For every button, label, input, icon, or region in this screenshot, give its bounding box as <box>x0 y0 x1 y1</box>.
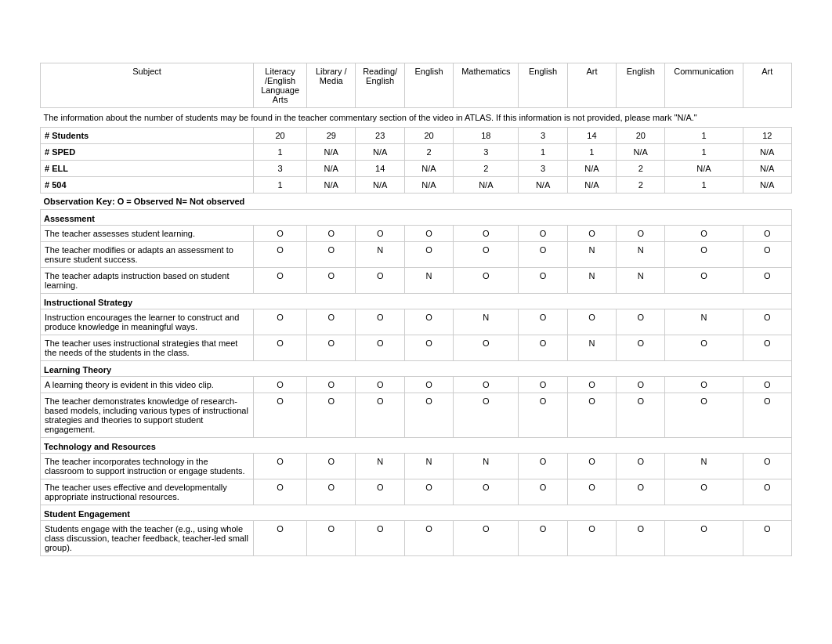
data-row: The teacher incorporates technology in t… <box>41 454 792 479</box>
data-cell: O <box>567 309 616 335</box>
data-cell: O <box>404 335 453 361</box>
data-cell: O <box>307 479 356 505</box>
data-cell: O <box>617 377 665 393</box>
data-cell: O <box>307 335 356 361</box>
data-cell: O <box>665 226 743 242</box>
col8-header: English <box>617 63 665 108</box>
data-cell: O <box>307 393 356 438</box>
count-cell: N/A <box>743 161 791 177</box>
data-row-label: Students engage with the teacher (e.g., … <box>41 521 254 556</box>
data-row-label: The teacher incorporates technology in t… <box>41 454 254 479</box>
data-cell: O <box>567 393 616 438</box>
section-header-row: Student Engagement <box>41 505 792 521</box>
data-row-label: The teacher uses effective and developme… <box>41 479 254 505</box>
data-row: The teacher adapts instruction based on … <box>41 268 792 294</box>
count-row-label: # SPED <box>41 144 254 161</box>
data-cell: O <box>743 521 791 556</box>
page-container: Subject Literacy /English Language Arts … <box>40 63 792 556</box>
count-cell: 20 <box>404 128 453 144</box>
data-cell: O <box>743 335 791 361</box>
col4-header: English <box>404 63 453 108</box>
section-header-label: Instructional Strategy <box>41 294 792 309</box>
data-cell: O <box>743 377 791 393</box>
data-cell: O <box>404 377 453 393</box>
data-cell: O <box>307 521 356 556</box>
header-row: Subject Literacy /English Language Arts … <box>41 63 792 108</box>
data-cell: O <box>254 377 307 393</box>
data-cell: O <box>254 454 307 479</box>
count-cell: N/A <box>665 161 743 177</box>
count-row: # Students202923201831420112 <box>41 128 792 144</box>
data-cell: O <box>307 268 356 294</box>
data-cell: N <box>617 242 665 268</box>
data-row: Instruction encourages the learner to co… <box>41 309 792 335</box>
count-cell: 12 <box>743 128 791 144</box>
section-header-label: Student Engagement <box>41 505 792 521</box>
data-cell: O <box>454 377 519 393</box>
data-row-label: The teacher assesses student learning. <box>41 226 254 242</box>
data-cell: O <box>617 393 665 438</box>
count-cell: 1 <box>254 177 307 194</box>
data-cell: O <box>665 521 743 556</box>
count-cell: 14 <box>356 161 404 177</box>
count-cell: 23 <box>356 128 404 144</box>
data-cell: O <box>519 309 567 335</box>
data-cell: O <box>356 335 404 361</box>
count-row: # 5041N/AN/AN/AN/AN/AN/A21N/A <box>41 177 792 194</box>
data-cell: O <box>617 309 665 335</box>
data-cell: O <box>519 226 567 242</box>
data-cell: O <box>519 393 567 438</box>
data-cell: O <box>567 521 616 556</box>
data-cell: O <box>404 393 453 438</box>
col1-header: Literacy /English Language Arts <box>254 63 307 108</box>
col7-header: Art <box>567 63 616 108</box>
data-cell: O <box>617 335 665 361</box>
data-cell: O <box>404 242 453 268</box>
count-cell: 29 <box>307 128 356 144</box>
data-cell: O <box>254 226 307 242</box>
data-cell: O <box>567 377 616 393</box>
data-row: The teacher modifies or adapts an assess… <box>41 242 792 268</box>
section-header-label: Assessment <box>41 210 792 226</box>
data-row-label: The teacher uses instructional strategie… <box>41 335 254 361</box>
count-row: # SPED1N/AN/A2311N/A1N/A <box>41 144 792 161</box>
main-table: Subject Literacy /English Language Arts … <box>40 63 792 556</box>
count-row-label: # ELL <box>41 161 254 177</box>
data-cell: O <box>743 309 791 335</box>
count-cell: 1 <box>519 144 567 161</box>
data-cell: O <box>519 377 567 393</box>
section-header-row: Learning Theory <box>41 361 792 377</box>
data-cell: N <box>404 454 453 479</box>
count-cell: 1 <box>254 144 307 161</box>
count-cell: N/A <box>356 177 404 194</box>
data-cell: O <box>617 479 665 505</box>
data-cell: O <box>567 454 616 479</box>
data-cell: O <box>454 393 519 438</box>
count-cell: N/A <box>307 161 356 177</box>
count-cell: 18 <box>454 128 519 144</box>
data-cell: O <box>254 521 307 556</box>
count-cell: N/A <box>567 177 616 194</box>
count-cell: N/A <box>743 177 791 194</box>
data-cell: O <box>743 454 791 479</box>
count-cell: 3 <box>254 161 307 177</box>
data-cell: O <box>254 335 307 361</box>
data-cell: O <box>665 377 743 393</box>
count-cell: 1 <box>567 144 616 161</box>
count-cell: 1 <box>665 144 743 161</box>
data-cell: N <box>665 454 743 479</box>
data-row: The teacher assesses student learning.OO… <box>41 226 792 242</box>
data-cell: O <box>567 479 616 505</box>
data-cell: O <box>454 335 519 361</box>
data-cell: O <box>519 479 567 505</box>
data-cell: N <box>454 454 519 479</box>
observation-key-row: Observation Key: O = Observed N= Not obs… <box>41 194 792 210</box>
data-row-label: The teacher adapts instruction based on … <box>41 268 254 294</box>
data-cell: O <box>665 242 743 268</box>
data-cell: N <box>567 268 616 294</box>
count-cell: 2 <box>617 177 665 194</box>
count-cell: N/A <box>454 177 519 194</box>
count-cell: N/A <box>404 161 453 177</box>
data-row: The teacher uses effective and developme… <box>41 479 792 505</box>
data-cell: O <box>307 309 356 335</box>
